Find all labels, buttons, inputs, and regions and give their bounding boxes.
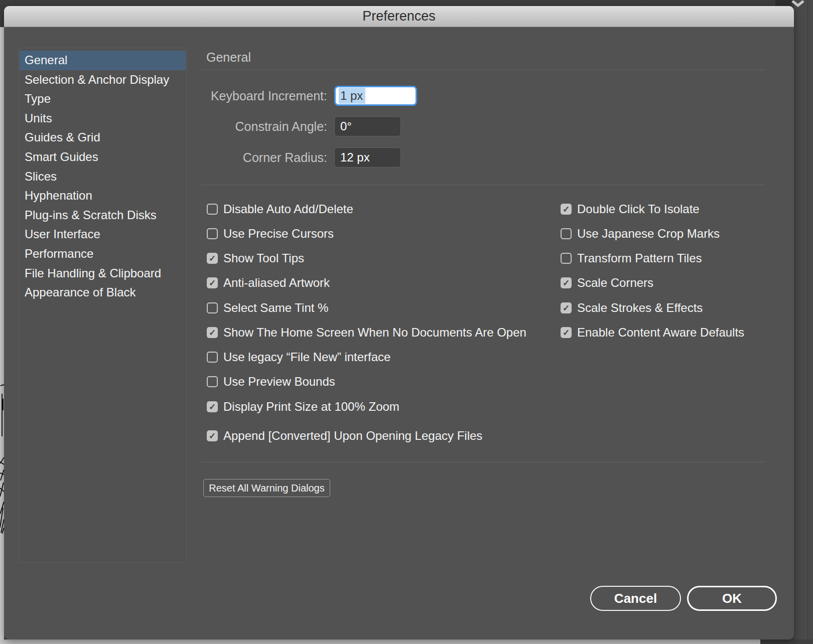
background-artwork [0, 351, 4, 534]
checkbox-unchecked-icon[interactable] [561, 228, 572, 239]
bottom-right-block [760, 639, 813, 644]
divider [201, 462, 764, 462]
checkbox-checked-icon[interactable] [561, 277, 572, 288]
checkbox-row[interactable]: Enable Content Aware Defaults [561, 327, 744, 339]
constrain-angle-input[interactable]: 0° [334, 116, 401, 136]
checkbox-checked-icon[interactable] [207, 430, 218, 441]
checkbox-row[interactable]: Show The Home Screen When No Documents A… [207, 327, 526, 339]
checkbox-label: Scale Corners [577, 276, 653, 290]
cancel-button[interactable]: Cancel [590, 586, 681, 611]
checkbox-label: Use Japanese Crop Marks [577, 227, 720, 241]
checkbox-unchecked-icon[interactable] [561, 253, 572, 264]
checkbox-row[interactable]: Display Print Size at 100% Zoom [207, 401, 399, 413]
canvas-strip [0, 27, 4, 639]
sidebar-item-file-handling-clipboard[interactable]: File Handling & Clipboard [19, 264, 186, 283]
chevron-down-icon[interactable] [790, 0, 805, 7]
app-screen: Preferences GeneralSelection & Anchor Di… [0, 0, 813, 644]
bottom-strip [0, 639, 760, 644]
checkbox-unchecked-icon[interactable] [207, 376, 218, 387]
sidebar-item-appearance-of-black[interactable]: Appearance of Black [19, 283, 186, 302]
checkbox-label: Show The Home Screen When No Documents A… [223, 326, 526, 340]
sidebar-item-slices[interactable]: Slices [19, 167, 186, 187]
checkbox-row[interactable]: Scale Corners [561, 277, 653, 289]
checkbox-label: Select Same Tint % [223, 301, 328, 315]
checkbox-row[interactable]: Show Tool Tips [207, 252, 304, 264]
checkbox-checked-icon[interactable] [207, 401, 218, 412]
checkbox-row[interactable]: Use Japanese Crop Marks [561, 228, 720, 240]
corner-radius-row: Corner Radius: 12 px [34, 147, 636, 168]
sidebar-item-general[interactable]: General [20, 51, 186, 70]
checkbox-label: Append [Converted] Upon Opening Legacy F… [223, 429, 482, 443]
checkbox-unchecked-icon[interactable] [207, 204, 218, 215]
dialog-title: Preferences [362, 9, 436, 24]
constrain-angle-row: Constrain Angle: 0° [34, 116, 636, 137]
checkbox-label: Double Click To Isolate [577, 202, 700, 216]
checkbox-unchecked-icon[interactable] [207, 228, 218, 239]
preferences-dialog: Preferences GeneralSelection & Anchor Di… [4, 6, 794, 639]
reset-warning-dialogs-button[interactable]: Reset All Warning Dialogs [203, 479, 330, 497]
checkbox-row[interactable]: Scale Strokes & Effects [561, 302, 703, 314]
checkbox-checked-icon[interactable] [561, 327, 572, 338]
checkbox-label: Use legacy “File New” interface [223, 350, 390, 364]
checkbox-label: Disable Auto Add/Delete [223, 202, 353, 216]
checkbox-label: Display Print Size at 100% Zoom [223, 400, 399, 414]
keyboard-increment-row: Keyboard Increment: 1 px [34, 85, 636, 106]
checkbox-checked-icon[interactable] [207, 277, 218, 288]
section-heading: General [206, 50, 251, 65]
top-right-block [775, 0, 791, 6]
constrain-angle-label: Constrain Angle: [34, 119, 334, 134]
checkbox-label: Enable Content Aware Defaults [577, 326, 744, 340]
checkbox-label: Anti-aliased Artwork [223, 276, 330, 290]
checkbox-checked-icon[interactable] [207, 253, 218, 264]
checkbox-row[interactable]: Anti-aliased Artwork [207, 277, 330, 289]
selected-text: 1 px [339, 88, 365, 104]
divider [201, 185, 764, 185]
checkbox-row[interactable]: Disable Auto Add/Delete [207, 203, 353, 215]
keyboard-increment-input[interactable]: 1 px [334, 86, 417, 106]
checkbox-label: Scale Strokes & Effects [577, 301, 703, 315]
dialog-titlebar[interactable]: Preferences [4, 6, 794, 27]
corner-radius-input[interactable]: 12 px [334, 147, 401, 168]
checkbox-checked-icon[interactable] [561, 204, 572, 215]
checkbox-label: Transform Pattern Tiles [577, 251, 702, 265]
checkbox-row[interactable]: Use legacy “File New” interface [207, 351, 390, 363]
sidebar-item-user-interface[interactable]: User Interface [19, 225, 186, 244]
checkbox-unchecked-icon[interactable] [207, 302, 218, 313]
checkbox-label: Use Precise Cursors [223, 227, 334, 241]
checkbox-unchecked-icon[interactable] [207, 352, 218, 363]
checkbox-checked-icon[interactable] [561, 302, 572, 313]
checkbox-row[interactable]: Select Same Tint % [207, 302, 328, 314]
keyboard-increment-label: Keyboard Increment: [34, 89, 334, 103]
divider [201, 70, 764, 70]
ok-button[interactable]: OK [687, 586, 777, 611]
checkbox-label: Show Tool Tips [223, 251, 304, 265]
sidebar-item-performance[interactable]: Performance [19, 244, 186, 264]
panel-seam [807, 0, 808, 644]
checkbox-label: Use Preview Bounds [223, 375, 335, 389]
checkbox-checked-icon[interactable] [207, 327, 218, 338]
checkbox-row[interactable]: Append [Converted] Upon Opening Legacy F… [207, 430, 482, 442]
checkbox-row[interactable]: Transform Pattern Tiles [561, 252, 702, 264]
checkbox-row[interactable]: Use Preview Bounds [207, 376, 335, 388]
sidebar-item-plug-ins-scratch-disks[interactable]: Plug-ins & Scratch Disks [19, 206, 186, 225]
corner-radius-label: Corner Radius: [34, 150, 334, 165]
panel-strip [794, 0, 813, 644]
sidebar-item-hyphenation[interactable]: Hyphenation [19, 186, 186, 206]
checkbox-row[interactable]: Use Precise Cursors [207, 228, 334, 240]
checkbox-row[interactable]: Double Click To Isolate [561, 203, 700, 215]
